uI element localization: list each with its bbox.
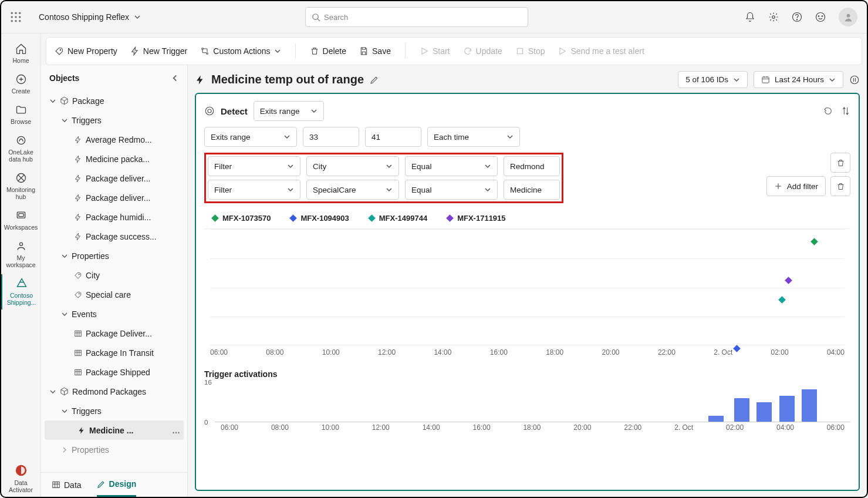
- rail-monitoring[interactable]: Monitoring hub: [1, 169, 40, 204]
- svg-point-26: [207, 53, 208, 55]
- filter2-field[interactable]: SpecialCare: [306, 180, 399, 200]
- legend-item[interactable]: MFX-1711915: [447, 214, 505, 223]
- search-input[interactable]: Search: [305, 7, 528, 27]
- filter1-type[interactable]: Filter: [208, 156, 300, 176]
- rail-create[interactable]: Create: [1, 70, 40, 98]
- bolt-icon: [195, 75, 205, 85]
- svg-point-10: [772, 16, 775, 19]
- svg-rect-27: [517, 48, 522, 53]
- filter1-field[interactable]: City: [306, 156, 399, 176]
- tree-event-item[interactable]: Package Deliver...: [41, 324, 187, 343]
- detect-label: Detect: [221, 106, 248, 116]
- pause-icon[interactable]: [849, 75, 860, 85]
- tree-properties[interactable]: Properties: [41, 246, 187, 265]
- time-range-dropdown[interactable]: Last 24 Hours: [754, 71, 843, 88]
- tree-trigger-item[interactable]: Package deliver...: [41, 169, 187, 188]
- range-min-input[interactable]: 33: [303, 127, 359, 147]
- collapse-icon[interactable]: [171, 74, 179, 82]
- tree-events[interactable]: Events: [41, 304, 187, 324]
- chevron-down-icon: [134, 14, 141, 21]
- tree-trigger-item[interactable]: Average Redmo...: [41, 130, 187, 149]
- svg-point-1: [15, 12, 17, 14]
- condition-type-dropdown[interactable]: Exits range: [204, 127, 297, 147]
- tree-trigger-item[interactable]: Package humidi...: [41, 207, 187, 227]
- feedback-icon[interactable]: [815, 12, 826, 22]
- new-trigger-button[interactable]: New Trigger: [130, 46, 187, 56]
- bolt-icon: [74, 155, 82, 163]
- ids-dropdown[interactable]: 5 of 106 IDs: [678, 71, 748, 88]
- chart-point: [785, 277, 792, 284]
- rail-workspaces[interactable]: Workspaces: [1, 206, 40, 234]
- tree-property-item[interactable]: City: [41, 265, 187, 285]
- legend-item[interactable]: MFX-1499744: [369, 214, 427, 223]
- tree-redmond-properties[interactable]: Properties: [41, 440, 187, 459]
- delete-button[interactable]: Delete: [310, 46, 346, 56]
- bolt-icon: [77, 426, 86, 435]
- swap-icon[interactable]: [841, 106, 850, 116]
- bolt-icon: [74, 213, 82, 221]
- bell-icon[interactable]: [745, 12, 755, 22]
- rail-browse[interactable]: Browse: [1, 100, 40, 129]
- new-property-button[interactable]: New Property: [55, 46, 117, 56]
- svg-rect-33: [53, 482, 59, 488]
- target-icon: [204, 106, 215, 116]
- tree-event-item[interactable]: Package In Transit: [41, 343, 187, 362]
- tree-selected-trigger[interactable]: Medicine ...…: [45, 420, 184, 440]
- tree-trigger-item[interactable]: Package deliver...: [41, 188, 187, 207]
- stop-button[interactable]: Stop: [515, 46, 545, 56]
- rail-data-activator[interactable]: Data Activator: [1, 460, 40, 497]
- help-icon[interactable]: [792, 12, 802, 22]
- svg-point-15: [822, 16, 823, 17]
- filter1-op[interactable]: Equal: [405, 156, 498, 176]
- legend-item[interactable]: MFX-1094903: [291, 214, 349, 223]
- filter2-op[interactable]: Equal: [405, 180, 498, 200]
- tag-icon: [74, 291, 82, 299]
- custom-actions-button[interactable]: Custom Actions: [200, 46, 281, 56]
- gear-icon[interactable]: [768, 12, 779, 22]
- legend-item[interactable]: MFX-1073570: [212, 214, 271, 223]
- delete-filter2-button[interactable]: [830, 176, 850, 196]
- tree-package[interactable]: Package: [41, 91, 187, 110]
- bar: [734, 398, 749, 422]
- svg-point-37: [208, 109, 211, 113]
- start-button[interactable]: Start: [420, 46, 450, 56]
- bar: [779, 396, 795, 422]
- edit-icon[interactable]: [370, 75, 379, 85]
- update-button[interactable]: Update: [463, 46, 502, 56]
- filter1-value[interactable]: Redmond: [504, 156, 560, 176]
- cube-icon: [60, 96, 69, 105]
- svg-rect-32: [75, 369, 82, 375]
- tab-design[interactable]: Design: [97, 473, 137, 497]
- tree-redmond-triggers[interactable]: Triggers: [41, 401, 187, 420]
- app-title[interactable]: Contoso Shipping Reflex: [39, 12, 141, 22]
- tree-property-item[interactable]: Special care: [41, 285, 187, 304]
- range-max-input[interactable]: 41: [365, 127, 421, 147]
- tree-trigger-item[interactable]: Package success...: [41, 227, 187, 246]
- avatar[interactable]: [839, 8, 857, 26]
- tree-event-item[interactable]: Package Shipped: [41, 362, 187, 382]
- tree-triggers[interactable]: Triggers: [41, 110, 187, 130]
- add-filter-button[interactable]: Add filter: [766, 176, 826, 196]
- svg-point-24: [60, 49, 61, 51]
- undo-icon[interactable]: [823, 106, 833, 116]
- bolt-icon: [74, 174, 82, 183]
- send-test-button[interactable]: Send me a test alert: [558, 46, 644, 56]
- filter2-type[interactable]: Filter: [208, 180, 300, 200]
- objects-title: Objects: [49, 73, 79, 83]
- tree-redmond[interactable]: Redmond Packages: [41, 382, 187, 401]
- tree-trigger-item[interactable]: Medicine packa...: [41, 149, 187, 169]
- grid-icon: [74, 329, 82, 338]
- rail-my-workspace[interactable]: My workspace: [1, 237, 40, 272]
- delete-filter1-button[interactable]: [830, 153, 850, 173]
- rail-onelake[interactable]: OneLake data hub: [1, 131, 40, 166]
- tab-data[interactable]: Data: [52, 473, 82, 497]
- svg-point-18: [17, 136, 25, 144]
- filter2-value[interactable]: Medicine: [504, 180, 560, 200]
- waffle-icon[interactable]: [11, 12, 21, 22]
- save-button[interactable]: Save: [359, 46, 391, 56]
- svg-point-4: [15, 16, 17, 18]
- frequency-dropdown[interactable]: Each time: [427, 127, 520, 147]
- rail-contoso-shipping[interactable]: Contoso Shipping...: [1, 274, 40, 309]
- rail-home[interactable]: Home: [1, 39, 40, 68]
- detect-mode-dropdown[interactable]: Exits range: [254, 101, 324, 121]
